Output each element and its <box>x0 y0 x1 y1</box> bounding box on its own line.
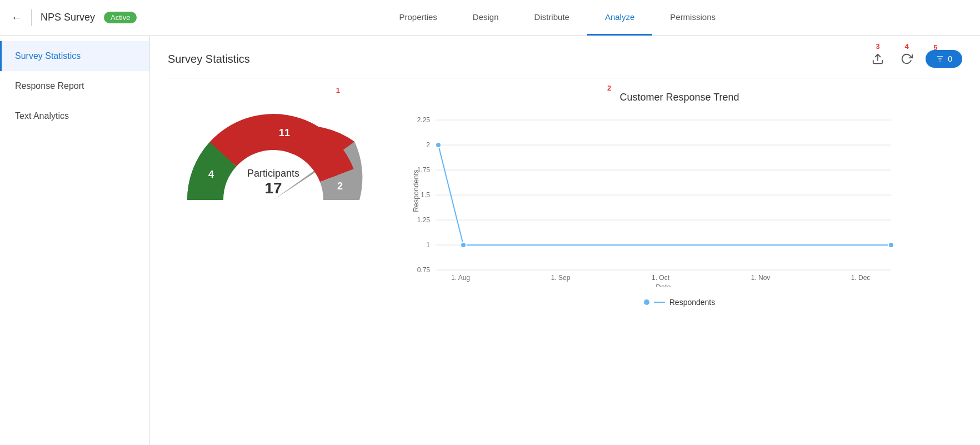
x-tick: 1. Aug <box>451 274 470 282</box>
gauge-label: Participants <box>247 168 299 179</box>
x-axis-label: Date <box>656 283 671 287</box>
back-button[interactable]: ← <box>11 11 22 24</box>
data-point <box>436 142 441 148</box>
legend-line <box>654 302 665 303</box>
refresh-icon <box>901 53 913 65</box>
filter-button-wrapper: 5 0 <box>926 50 962 68</box>
header-divider <box>31 9 32 26</box>
gauge-center: Participants 17 <box>247 168 299 197</box>
gauge-red-label: 11 <box>279 127 290 138</box>
sidebar-item-survey-statistics[interactable]: Survey Statistics <box>0 41 149 71</box>
filter-button[interactable]: 0 <box>926 50 962 68</box>
nav-design[interactable]: Design <box>455 0 517 36</box>
legend-label: Respondents <box>669 298 716 307</box>
x-tick: 1. Dec <box>851 274 871 282</box>
y-tick: 2 <box>426 141 430 149</box>
x-tick: 1. Nov <box>751 274 771 282</box>
data-point <box>461 242 466 248</box>
y-tick: 1.5 <box>421 191 430 199</box>
annotation-3: 3 <box>876 42 880 51</box>
gauge-chart: 1 <box>168 92 379 203</box>
chart-title: Customer Response Trend <box>619 92 739 103</box>
main-content: Survey Statistics 3 4 <box>150 36 980 445</box>
x-tick: 1. Oct <box>652 274 670 282</box>
main-nav: Properties Design Distribute Analyze Per… <box>381 0 733 36</box>
export-button[interactable]: 3 <box>868 49 888 69</box>
content-header: Survey Statistics 3 4 <box>168 49 962 69</box>
app-header: ← NPS Survey Active Properties Design Di… <box>0 0 980 36</box>
filter-icon <box>936 54 944 63</box>
status-badge: Active <box>104 12 137 23</box>
data-point <box>888 242 894 248</box>
action-buttons: 3 4 5 <box>868 49 962 69</box>
export-icon <box>872 53 884 65</box>
filter-count: 0 <box>948 54 952 63</box>
charts-row: 1 <box>168 92 962 307</box>
line-chart: 2 Customer Response Trend Respondents <box>397 92 962 307</box>
chart-title-row: 2 Customer Response Trend <box>397 92 962 103</box>
page-title: Survey Statistics <box>168 53 250 66</box>
nav-permissions[interactable]: Permissions <box>652 0 733 36</box>
line-chart-svg: 2.25 2 1.75 1.5 1.25 1 0.75 <box>402 114 902 287</box>
gauge-value: 17 <box>247 179 299 197</box>
annotation-2: 2 <box>607 84 611 92</box>
y-tick: 1 <box>426 241 430 249</box>
annotation-5: 5 <box>933 43 937 52</box>
gauge-green-label: 4 <box>208 169 214 180</box>
y-tick: 0.75 <box>417 266 431 274</box>
sidebar: Survey Statistics Response Report Text A… <box>0 36 150 445</box>
gauge-gray-label: 2 <box>337 181 343 192</box>
nav-analyze[interactable]: Analyze <box>587 0 652 36</box>
nav-properties[interactable]: Properties <box>381 0 454 36</box>
main-layout: Survey Statistics Response Report Text A… <box>0 36 980 445</box>
content-divider <box>168 78 962 78</box>
nav-distribute[interactable]: Distribute <box>517 0 587 36</box>
legend-dot <box>644 299 649 305</box>
chart-area: Respondents <box>402 114 962 289</box>
sidebar-item-text-analytics[interactable]: Text Analytics <box>0 101 149 131</box>
y-tick: 2.25 <box>417 116 431 124</box>
refresh-button[interactable]: 4 <box>897 49 917 69</box>
x-tick: 1. Sep <box>551 274 571 282</box>
survey-title: NPS Survey <box>41 12 95 23</box>
gauge-wrapper: 1 <box>173 92 373 203</box>
y-tick: 1.25 <box>417 216 431 224</box>
sidebar-item-response-report[interactable]: Response Report <box>0 71 149 101</box>
annotation-4: 4 <box>905 42 909 51</box>
y-axis-label: Respondents <box>412 169 420 212</box>
chart-legend: Respondents <box>397 298 962 307</box>
